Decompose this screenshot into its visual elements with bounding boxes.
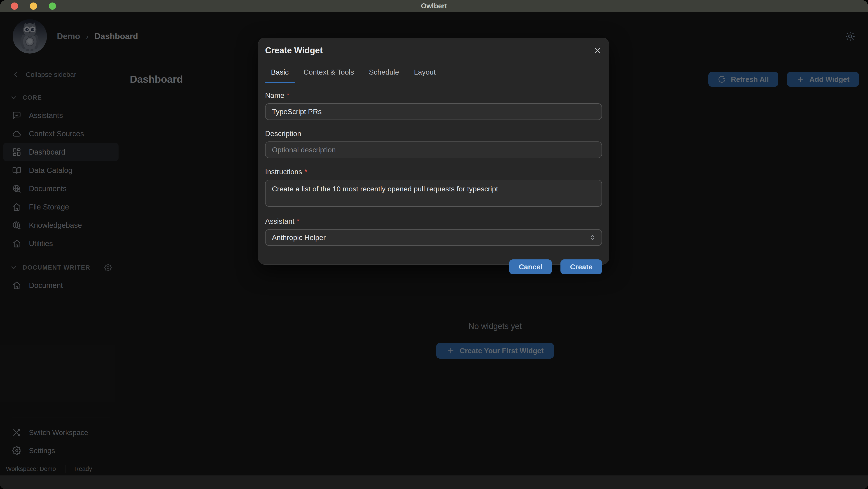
- instructions-label: Instructions*: [265, 168, 602, 176]
- tab-basic[interactable]: Basic: [271, 68, 288, 82]
- assistant-select[interactable]: Anthropic Helper: [265, 229, 602, 246]
- create-widget-modal: Create Widget Basic Context & Tools Sche…: [258, 38, 609, 265]
- cancel-button[interactable]: Cancel: [509, 259, 552, 274]
- modal-tabs: Basic Context & Tools Schedule Layout: [265, 68, 602, 82]
- traffic-lights: [11, 0, 56, 12]
- required-marker: *: [286, 91, 289, 99]
- name-input[interactable]: [265, 103, 602, 120]
- tab-schedule[interactable]: Schedule: [369, 68, 399, 82]
- name-label: Name*: [265, 91, 602, 99]
- assistant-label: Assistant*: [265, 217, 602, 226]
- create-button[interactable]: Create: [560, 259, 602, 274]
- close-window-button[interactable]: [11, 2, 18, 10]
- app-window: Owlbert: [0, 0, 868, 489]
- description-input[interactable]: [265, 141, 602, 158]
- minimize-window-button[interactable]: [30, 2, 37, 10]
- tab-context-tools[interactable]: Context & Tools: [304, 68, 354, 82]
- zoom-window-button[interactable]: [49, 2, 56, 10]
- description-label: Description: [265, 130, 602, 138]
- required-marker: *: [304, 168, 307, 176]
- required-marker: *: [297, 217, 300, 225]
- window-title: Owlbert: [421, 2, 447, 10]
- instructions-textarea[interactable]: Create a list of the 10 most recently op…: [265, 180, 602, 207]
- titlebar: Owlbert: [0, 0, 868, 12]
- chevrons-up-down-icon: [589, 234, 596, 241]
- modal-title: Create Widget: [265, 46, 323, 55]
- close-icon[interactable]: [593, 46, 602, 55]
- tab-layout[interactable]: Layout: [414, 68, 436, 82]
